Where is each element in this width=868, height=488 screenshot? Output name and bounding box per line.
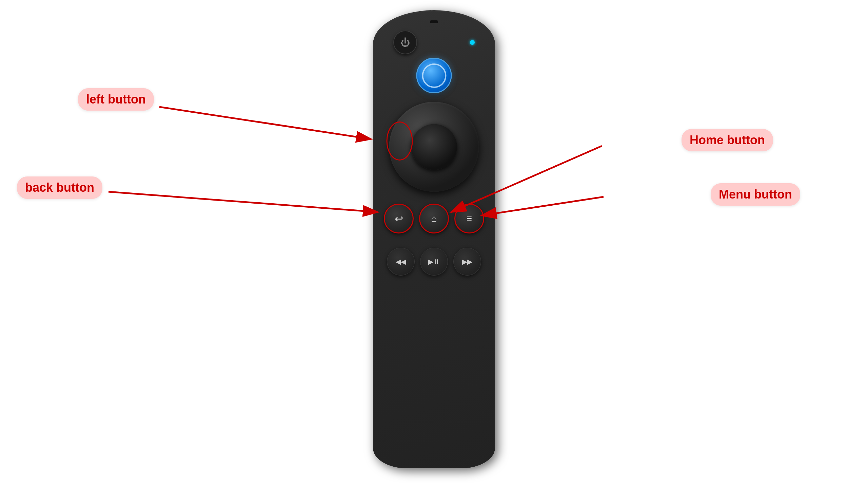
alexa-ring (422, 63, 446, 88)
svg-line-4 (481, 197, 604, 215)
menu-button[interactable]: ≡ (454, 204, 484, 233)
svg-line-2 (108, 192, 378, 212)
nav-ring-container (389, 102, 479, 192)
home-button[interactable]: ⌂ (419, 204, 449, 233)
home-button-label: Home button (682, 129, 773, 151)
ir-notch (430, 20, 438, 23)
alexa-button[interactable] (416, 58, 452, 93)
home-icon: ⌂ (431, 213, 437, 224)
top-row: ⏻ (393, 31, 475, 54)
back-button-label: back button (17, 176, 102, 199)
remote-control: ⏻ ↩ ⌂ ≡ ◀◀ ▶⏸ ▶▶ (373, 10, 495, 468)
play-pause-icon: ▶⏸ (428, 258, 440, 266)
back-button[interactable]: ↩ (384, 204, 414, 233)
menu-button-label: Menu button (711, 183, 800, 206)
power-button[interactable]: ⏻ (393, 31, 417, 54)
rewind-icon: ◀◀ (396, 258, 406, 266)
power-icon: ⏻ (400, 37, 410, 48)
media-buttons-row: ◀◀ ▶⏸ ▶▶ (387, 248, 481, 276)
nav-center-button[interactable] (411, 124, 457, 170)
svg-line-1 (159, 107, 371, 139)
nav-ring[interactable] (389, 102, 479, 192)
fast-forward-button[interactable]: ▶▶ (453, 248, 481, 276)
left-button-label: left button (78, 88, 154, 111)
mic-indicator (470, 40, 475, 45)
fast-forward-icon: ▶▶ (462, 258, 472, 266)
play-pause-button[interactable]: ▶⏸ (420, 248, 448, 276)
action-buttons-row: ↩ ⌂ ≡ (384, 204, 484, 233)
back-icon: ↩ (395, 213, 403, 225)
menu-icon: ≡ (467, 213, 472, 224)
rewind-button[interactable]: ◀◀ (387, 248, 415, 276)
